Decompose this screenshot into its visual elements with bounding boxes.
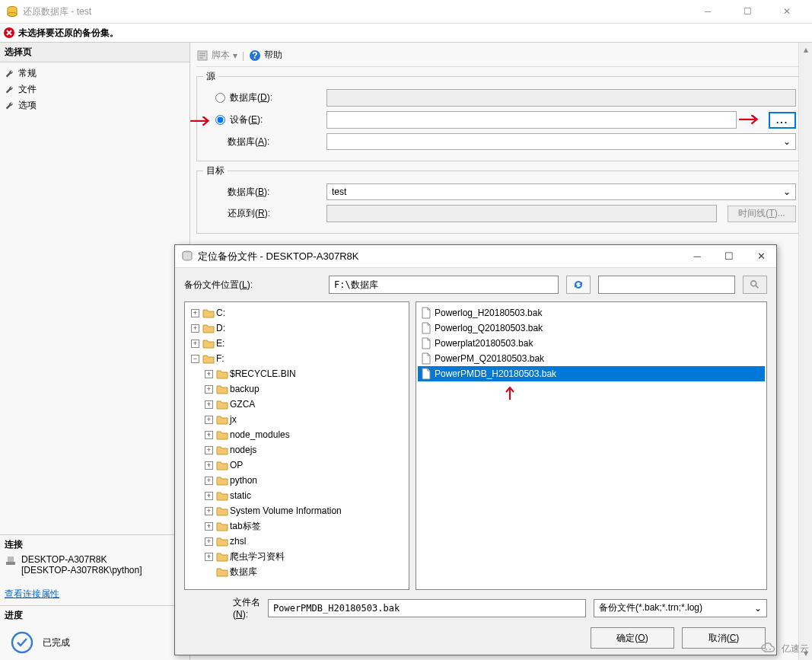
chevron-down-icon: ⌄	[783, 136, 791, 147]
page-files[interactable]: 文件	[2, 81, 188, 97]
expand-toggle[interactable]: +	[205, 446, 213, 454]
view-connection-properties[interactable]: 查看连接属性	[0, 583, 189, 605]
tree-folder[interactable]: +tab标签	[186, 518, 407, 534]
vertical-scrollbar[interactable]: ▴ ▾	[798, 43, 812, 660]
search-button[interactable]	[743, 276, 767, 294]
location-input[interactable]: F:\数据库	[329, 276, 559, 294]
expand-toggle[interactable]: +	[205, 385, 213, 394]
folder-icon	[216, 475, 228, 486]
error-icon	[3, 27, 15, 39]
tree-folder[interactable]: +jx	[186, 412, 407, 427]
document-icon	[421, 368, 431, 380]
tree-drive[interactable]: +C:	[186, 305, 407, 320]
target-db-combo[interactable]: test⌄	[326, 183, 796, 200]
file-filter-combo[interactable]: 备份文件(*.bak;*.trn;*.log)⌄	[594, 599, 767, 617]
document-icon	[421, 352, 431, 365]
tree-folder[interactable]: +OP	[186, 458, 407, 473]
filename-label: 文件名(N):	[184, 596, 260, 620]
file-item[interactable]: Powerlog_Q20180503.bak	[418, 320, 765, 336]
expand-toggle[interactable]: +	[205, 553, 213, 561]
file-item[interactable]: Powerplat20180503.bak	[418, 336, 765, 351]
file-list[interactable]: Powerlog_H20180503.bakPowerlog_Q20180503…	[416, 301, 767, 590]
expand-toggle[interactable]: +	[205, 416, 213, 424]
folder-icon	[202, 323, 215, 333]
annotation-arrow-icon	[738, 115, 759, 126]
ok-button[interactable]: 确定(O)	[591, 627, 674, 649]
expand-toggle[interactable]: +	[191, 324, 199, 333]
source-db-a-combo[interactable]: ⌄	[326, 133, 796, 150]
expand-toggle[interactable]: +	[191, 340, 199, 348]
expand-toggle[interactable]: −	[191, 355, 199, 363]
watermark: 亿速云	[759, 642, 809, 655]
tree-folder[interactable]: +backup	[186, 381, 407, 397]
page-list: 常规 文件 选项	[0, 62, 189, 116]
folder-icon	[216, 505, 228, 516]
folder-icon	[216, 521, 228, 531]
restore-to-label: 还原到(R):	[206, 207, 320, 220]
expand-toggle[interactable]: +	[205, 400, 213, 409]
watermark-text: 亿速云	[782, 642, 809, 655]
help-button[interactable]: 帮助	[249, 49, 282, 62]
script-button[interactable]: 脚本▾	[196, 49, 237, 62]
file-item[interactable]: Powerlog_H20180503.bak	[418, 305, 765, 320]
source-device-radio[interactable]: 设备(E):	[206, 113, 320, 126]
toolbar: 脚本▾ | 帮助	[196, 47, 806, 67]
page-options[interactable]: 选项	[2, 97, 188, 113]
expand-toggle[interactable]: +	[205, 461, 213, 470]
locate-backup-dialog: 定位备份文件 - DESKTOP-A307R8K ─ ☐ ✕ 备份文件位置(L)…	[174, 244, 777, 655]
document-icon	[421, 337, 431, 349]
tree-drive[interactable]: −F:	[186, 351, 407, 366]
tree-folder[interactable]: 数据库	[186, 564, 407, 579]
timeline-button[interactable]: 时间线(T)...	[728, 206, 796, 222]
tree-folder[interactable]: +zhsl	[186, 534, 407, 549]
browse-device-button[interactable]: ...	[769, 112, 796, 129]
device-path-field[interactable]	[326, 111, 737, 129]
scroll-up-icon[interactable]: ▴	[801, 44, 811, 55]
tree-folder[interactable]: +nodejs	[186, 442, 407, 458]
main-titlebar: 还原数据库 - test ─ ☐ ✕	[0, 0, 812, 23]
target-legend: 目标	[203, 164, 228, 177]
help-icon	[249, 49, 261, 62]
folder-icon	[216, 368, 228, 379]
tree-folder[interactable]: +$RECYCLE.BIN	[186, 366, 407, 381]
dlg-minimize-button[interactable]: ─	[688, 250, 706, 262]
expand-toggle[interactable]: +	[205, 522, 213, 531]
close-button[interactable]: ✕	[775, 4, 798, 19]
tree-folder[interactable]: +node_modules	[186, 427, 407, 442]
search-input[interactable]	[598, 276, 735, 294]
minimize-button[interactable]: ─	[696, 4, 719, 19]
source-legend: 源	[203, 70, 218, 83]
page-general[interactable]: 常规	[2, 65, 188, 81]
script-icon	[196, 49, 209, 62]
expand-toggle[interactable]: +	[205, 507, 213, 515]
dlg-maximize-button[interactable]: ☐	[720, 250, 738, 262]
folder-icon	[216, 536, 228, 547]
tree-folder[interactable]: +爬虫学习资料	[186, 549, 407, 564]
tree-folder[interactable]: +GZCA	[186, 397, 407, 412]
tree-folder[interactable]: +python	[186, 473, 407, 488]
radio-device[interactable]	[215, 115, 225, 125]
source-database-radio[interactable]: 数据库(D):	[206, 91, 320, 104]
tree-drive[interactable]: +E:	[186, 336, 407, 351]
expand-toggle[interactable]: +	[205, 537, 213, 546]
expand-toggle[interactable]: +	[205, 370, 213, 378]
progress-section: 进度 已完成	[0, 605, 189, 660]
tree-folder[interactable]: +static	[186, 488, 407, 503]
target-group: 目标 数据库(B): test⌄ 还原到(R): 时间线(T)...	[196, 171, 806, 234]
expand-toggle[interactable]: +	[191, 309, 199, 317]
refresh-button[interactable]	[566, 276, 591, 294]
maximize-button[interactable]: ☐	[736, 4, 759, 19]
tree-drive[interactable]: +D:	[186, 320, 407, 336]
folder-tree[interactable]: +C:+D:+E:−F:+$RECYCLE.BIN+backup+GZCA+jx…	[184, 301, 409, 590]
file-item[interactable]: PowerPM_Q20180503.bak	[418, 351, 765, 366]
folder-icon	[216, 460, 228, 470]
cancel-button[interactable]: 取消(C)	[682, 627, 766, 649]
tree-folder[interactable]: +System Volume Information	[186, 503, 407, 518]
expand-toggle[interactable]: +	[205, 492, 213, 500]
radio-database[interactable]	[215, 93, 225, 103]
filename-input[interactable]: PowerPMDB_H20180503.bak	[268, 599, 586, 617]
expand-toggle[interactable]: +	[205, 477, 213, 485]
dlg-close-button[interactable]: ✕	[752, 250, 770, 262]
file-item[interactable]: PowerPMDB_H20180503.bak	[418, 366, 765, 381]
expand-toggle[interactable]: +	[205, 431, 213, 439]
